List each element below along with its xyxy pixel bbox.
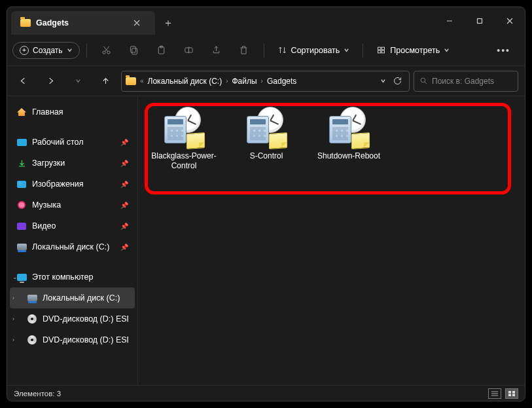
sidebar-item-label: Этот компьютер [32,272,93,282]
search-box[interactable]: Поиск в: Gadgets [414,71,518,92]
sidebar-item-drive-c[interactable]: › Локальный диск (C:) [10,287,135,308]
dvd-icon [27,335,37,344]
window-tab[interactable]: Gadgets [11,11,155,35]
copy-button[interactable] [121,39,147,62]
chevron-right-icon: › [260,77,264,84]
maximize-button[interactable] [465,7,495,35]
svg-rect-0 [478,19,482,24]
dvd-icon [27,314,37,324]
gadget-icon [163,107,205,149]
view-details-button[interactable] [488,388,501,399]
navigation-row: « Локальный диск (C:) › Файлы › Gadgets … [7,66,525,96]
file-name: Shutdown-Reboot [317,151,380,161]
sidebar-item-label: DVD-дисковод (D:) ESD-ISO [43,314,128,324]
tab-close-button[interactable] [128,14,146,32]
sidebar-item-label: Загрузки [32,158,65,168]
recent-button[interactable] [66,69,90,93]
file-item[interactable]: Blackglass-Power-Control [147,107,221,171]
expand-icon[interactable]: › [12,337,14,343]
pin-icon: 📌 [120,160,128,167]
file-list[interactable]: Blackglass-Power-Control S-Control Shutd… [138,96,525,385]
sidebar-item-desktop[interactable]: Рабочий стол 📌 [10,132,135,153]
cut-button[interactable] [94,39,120,62]
file-item[interactable]: Shutdown-Reboot [312,107,385,171]
svg-rect-10 [378,50,381,53]
sidebar-item-music[interactable]: Музыка 📌 [10,195,135,215]
up-button[interactable] [94,69,117,93]
breadcrumb[interactable]: Файлы [232,77,257,86]
svg-rect-11 [381,50,384,53]
desktop-icon [17,139,27,146]
pin-icon: 📌 [120,139,128,146]
more-button[interactable]: ••• [488,45,520,56]
sidebar-item-label: Музыка [32,200,61,210]
view-large-icons-button[interactable] [505,388,518,399]
drive-icon [27,295,37,301]
svg-rect-3 [132,48,137,54]
close-button[interactable] [495,7,525,35]
svg-rect-4 [131,46,136,52]
sidebar-item-label: DVD-дисковод (D:) ESD-ISO [43,335,128,344]
pin-icon: 📌 [120,223,128,230]
sidebar-item-label: Локальный диск (C:) [43,293,120,303]
sidebar-item-dvd[interactable]: › DVD-дисковод (D:) ESD-ISO [10,329,135,350]
minimize-button[interactable] [434,7,465,35]
pc-icon [17,274,27,281]
sidebar-item-home[interactable]: Главная [10,102,135,122]
sidebar-item-label: Видео [32,221,56,231]
explorer-body: Главная Рабочий стол 📌 Загрузки 📌 Изобра… [7,96,525,385]
file-name: Blackglass-Power-Control [147,151,221,171]
view-button[interactable]: Просмотреть [370,39,456,62]
sidebar-item-label: Главная [32,107,63,117]
sidebar-item-drive-c[interactable]: Локальный диск (C:) 📌 [10,236,135,257]
address-bar[interactable]: « Локальный диск (C:) › Файлы › Gadgets [121,71,410,92]
svg-rect-8 [378,47,381,50]
expand-icon[interactable]: › [12,295,14,301]
folder-icon [20,19,31,27]
sidebar-item-pictures[interactable]: Изображения 📌 [10,174,135,195]
back-button[interactable] [11,69,35,93]
search-icon [419,77,428,85]
separator [363,43,363,58]
forward-button[interactable] [39,69,62,93]
drive-icon [17,244,27,250]
status-bar: Элементов: 3 [7,385,525,401]
command-bar: + Создать Сортировать Просмотреть ••• [7,35,525,66]
new-button[interactable]: + Создать [12,42,80,59]
home-icon [17,108,26,116]
file-item[interactable]: S-Control [230,107,303,171]
sidebar-item-downloads[interactable]: Загрузки 📌 [10,153,135,174]
chevron-down-icon[interactable] [380,78,386,84]
pin-icon: 📌 [120,202,128,209]
refresh-button[interactable] [393,76,402,86]
svg-point-12 [421,78,425,83]
navigation-pane: Главная Рабочий стол 📌 Загрузки 📌 Изобра… [7,96,138,385]
sidebar-item-label: Изображения [32,179,84,189]
sidebar-item-videos[interactable]: Видео 📌 [10,215,135,236]
sort-button[interactable]: Сортировать [271,39,357,62]
status-items-count: 3 [57,390,61,398]
svg-rect-15 [508,394,511,396]
title-bar: Gadgets ＋ [7,7,525,35]
svg-rect-9 [381,47,384,50]
sidebar-item-this-pc[interactable]: ⌄ Этот компьютер [10,267,135,287]
new-tab-button[interactable]: ＋ [155,11,181,35]
sidebar-item-label: Рабочий стол [32,138,83,147]
sidebar-item-dvd[interactable]: › DVD-дисковод (D:) ESD-ISO [10,308,135,329]
breadcrumb[interactable]: Локальный диск (C:) [148,77,222,86]
download-icon [16,158,27,168]
search-placeholder: Поиск в: Gadgets [432,77,494,86]
delete-button[interactable] [231,39,257,62]
rename-button[interactable] [176,39,202,62]
pin-icon: 📌 [120,181,128,188]
breadcrumb[interactable]: Gadgets [267,77,296,86]
share-button[interactable] [204,39,230,62]
explorer-window: Gadgets ＋ + Создать Сортировать [7,7,525,401]
svg-rect-16 [512,394,515,396]
svg-rect-14 [512,391,515,394]
new-button-label: Создать [33,46,63,55]
plus-icon: + [20,46,29,55]
paste-button[interactable] [149,39,175,62]
expand-icon[interactable]: › [12,316,14,322]
gadget-icon [328,107,370,149]
